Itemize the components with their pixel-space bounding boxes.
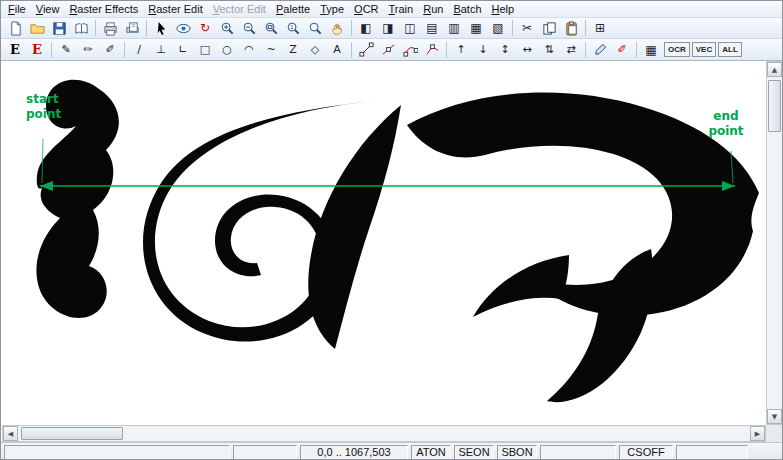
scroll-down-button[interactable]: ▼ bbox=[767, 409, 782, 424]
bw-view-button[interactable]: ◧ bbox=[355, 19, 377, 38]
vertical-scrollbar[interactable]: ▲ ▼ bbox=[766, 61, 783, 425]
node-up-button[interactable]: ↑ bbox=[450, 40, 472, 59]
zoom-extents-icon bbox=[308, 21, 323, 36]
edit-raster-red-button[interactable]: E bbox=[26, 40, 48, 59]
circle-tool-button[interactable]: ○ bbox=[216, 40, 238, 59]
view-toggle-button[interactable] bbox=[172, 19, 194, 38]
pan-button[interactable] bbox=[326, 19, 348, 38]
split-view-button[interactable]: ◫ bbox=[399, 19, 421, 38]
grid-button[interactable]: ⊞ bbox=[589, 19, 611, 38]
raster-view-c-button[interactable]: ▦ bbox=[465, 19, 487, 38]
invert-view-button[interactable]: ◨ bbox=[377, 19, 399, 38]
node-updown-button[interactable]: ↕ bbox=[494, 40, 516, 59]
text-tool-icon: A bbox=[333, 44, 341, 55]
zoom-actual-button[interactable]: 1 bbox=[282, 19, 304, 38]
arrow-leftright-icon: ↔ bbox=[522, 44, 531, 55]
paste-button[interactable] bbox=[560, 19, 582, 38]
start-label-line2: point bbox=[26, 107, 61, 122]
status-message-panel bbox=[4, 445, 230, 460]
node-swap-horizontal-button[interactable]: ⇄ bbox=[560, 40, 582, 59]
new-page-icon bbox=[8, 21, 23, 36]
node-down-button[interactable]: ↓ bbox=[472, 40, 494, 59]
line-tool-button[interactable]: ∕ bbox=[128, 40, 150, 59]
curve-tool-button[interactable]: ~ bbox=[260, 40, 282, 59]
scroll-left-button[interactable]: ◀ bbox=[3, 426, 18, 441]
menu-item-palette[interactable]: Palette bbox=[271, 2, 315, 16]
node-swap-vertical-button[interactable]: ⇅ bbox=[538, 40, 560, 59]
zoom-out-button[interactable] bbox=[238, 19, 260, 38]
corner-tool-button[interactable]: ∟ bbox=[172, 40, 194, 59]
ornament-small-crescent bbox=[473, 255, 569, 317]
table-button[interactable]: ▦ bbox=[640, 40, 662, 59]
copy-icon bbox=[542, 21, 557, 36]
redraw-button[interactable]: ↻ bbox=[194, 19, 216, 38]
node-edit-curve-button[interactable] bbox=[399, 40, 421, 59]
invert-view-icon: ◨ bbox=[382, 22, 393, 34]
select-button[interactable] bbox=[150, 19, 172, 38]
pencil-button[interactable]: ✎ bbox=[55, 40, 77, 59]
menu-item-raster-effects[interactable]: Raster Effects bbox=[64, 2, 143, 16]
menu-item-help[interactable]: Help bbox=[487, 2, 520, 16]
open-button[interactable] bbox=[26, 19, 48, 38]
menu-item-file[interactable]: File bbox=[3, 2, 31, 16]
vertical-scroll-thumb[interactable] bbox=[768, 80, 781, 132]
raster-view-d-button[interactable]: ▧ bbox=[487, 19, 509, 38]
raster-view-a-button[interactable]: ▤ bbox=[421, 19, 443, 38]
scroll-up-button[interactable]: ▲ bbox=[767, 62, 782, 77]
pencil-icon: ✎ bbox=[61, 44, 70, 55]
marker-button[interactable]: ✐ bbox=[611, 40, 633, 59]
arc-tool-button[interactable]: ◠ bbox=[238, 40, 260, 59]
node-midpoint-icon bbox=[381, 42, 396, 57]
end-label-line2: point bbox=[702, 124, 750, 139]
menu-item-train[interactable]: Train bbox=[384, 2, 419, 16]
scroll-right-button[interactable]: ▶ bbox=[750, 426, 765, 441]
menu-item-type[interactable]: Type bbox=[315, 2, 349, 16]
status-aux-panel bbox=[233, 445, 297, 460]
pen-button[interactable]: ✏ bbox=[77, 40, 99, 59]
save-button[interactable] bbox=[48, 19, 70, 38]
node-edit-midpoint-button[interactable] bbox=[377, 40, 399, 59]
node-leftright-button[interactable]: ↔ bbox=[516, 40, 538, 59]
ocr-mode-button[interactable]: OCR bbox=[664, 42, 690, 57]
horizontal-scroll-thumb[interactable] bbox=[21, 427, 123, 440]
zoom-in-button[interactable] bbox=[216, 19, 238, 38]
horizontal-scrollbar[interactable]: ◀ ▶ bbox=[2, 425, 766, 442]
rect-tool-button[interactable]: □ bbox=[194, 40, 216, 59]
zoom-extents-button[interactable] bbox=[304, 19, 326, 38]
zigzag-tool-button[interactable]: Z bbox=[282, 40, 304, 59]
zoom-1to1-icon: 1 bbox=[286, 21, 301, 36]
node-edit-polyline-button[interactable] bbox=[421, 40, 443, 59]
hatch-a-icon: ▤ bbox=[426, 22, 437, 34]
menu-item-raster-edit[interactable]: Raster Edit bbox=[143, 2, 207, 16]
polygon-tool-button[interactable]: ◇ bbox=[304, 40, 326, 59]
hand-icon bbox=[330, 21, 345, 36]
eyedropper-button[interactable] bbox=[589, 40, 611, 59]
e-black-icon: E bbox=[10, 42, 20, 57]
end-label-line1: end bbox=[702, 109, 750, 124]
canvas[interactable]: start point end point bbox=[2, 61, 766, 425]
node-edit-line-button[interactable] bbox=[355, 40, 377, 59]
brush-button[interactable]: ✐ bbox=[99, 40, 121, 59]
vec-mode-button[interactable]: VEC bbox=[692, 42, 716, 57]
edit-raster-button[interactable]: E bbox=[4, 40, 26, 59]
cut-button[interactable]: ✂ bbox=[516, 19, 538, 38]
right-arrow-icon: ▶ bbox=[755, 430, 760, 438]
print-preview-button[interactable] bbox=[121, 19, 143, 38]
perpendicular-tool-button[interactable]: ⊥ bbox=[150, 40, 172, 59]
menu-item-ocr[interactable]: OCR bbox=[349, 2, 383, 16]
all-mode-button[interactable]: ALL bbox=[718, 42, 742, 57]
zoom-window-button[interactable] bbox=[260, 19, 282, 38]
menu-item-view[interactable]: View bbox=[31, 2, 65, 16]
menu-item-batch[interactable]: Batch bbox=[448, 2, 486, 16]
toolbar-separator bbox=[95, 20, 96, 36]
ornament-drawing bbox=[2, 61, 766, 425]
down-arrow-icon: ▼ bbox=[772, 413, 777, 421]
text-tool-button[interactable]: A bbox=[326, 40, 348, 59]
print-button[interactable] bbox=[99, 19, 121, 38]
copy-button[interactable] bbox=[538, 19, 560, 38]
menu-item-run[interactable]: Run bbox=[418, 2, 448, 16]
raster-view-b-button[interactable]: ▥ bbox=[443, 19, 465, 38]
new-button[interactable] bbox=[4, 19, 26, 38]
page-setup-button[interactable] bbox=[70, 19, 92, 38]
pen-icon: ✏ bbox=[83, 44, 92, 55]
